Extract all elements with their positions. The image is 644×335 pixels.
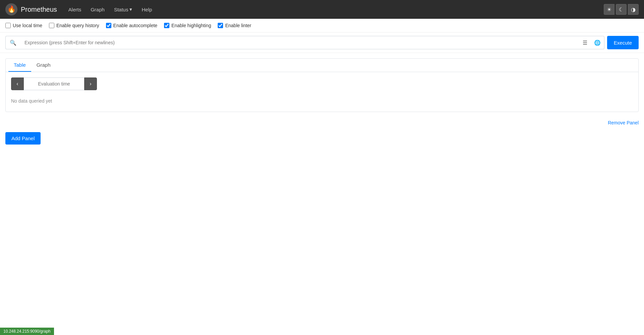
evaluation-time-input[interactable] (24, 77, 84, 90)
eval-time-next-button[interactable]: › (84, 77, 97, 90)
navbar: 🔥 Prometheus Alerts Graph Status ▾ Help … (0, 0, 644, 19)
nav-alerts[interactable]: Alerts (65, 5, 85, 14)
tab-graph[interactable]: Graph (31, 59, 56, 72)
use-local-time-checkbox[interactable] (5, 23, 11, 28)
enable-highlighting-label[interactable]: Enable highlighting (164, 23, 211, 28)
enable-linter-checkbox[interactable] (218, 23, 223, 28)
prometheus-logo-icon: 🔥 (5, 3, 17, 15)
add-panel-section: Add Panel (0, 127, 644, 150)
navbar-right: ☀ ☾ ◑ (604, 4, 639, 15)
chevron-down-icon: ▾ (129, 6, 132, 12)
nav-graph[interactable]: Graph (87, 5, 108, 14)
no-data-message: No data queried yet (11, 96, 633, 106)
enable-query-history-label[interactable]: Enable query history (49, 23, 99, 28)
search-button[interactable]: 🔍 (5, 36, 20, 49)
enable-linter-label[interactable]: Enable linter (218, 23, 251, 28)
panel-body: ‹ › No data queried yet (6, 72, 638, 112)
expression-input[interactable] (20, 36, 579, 49)
nav-help[interactable]: Help (138, 5, 155, 14)
nav-status[interactable]: Status ▾ (111, 4, 136, 14)
remove-panel-row: Remove Panel (0, 117, 644, 127)
execute-button[interactable]: Execute (607, 36, 639, 49)
search-icon: 🔍 (10, 40, 16, 46)
remove-panel-link[interactable]: Remove Panel (608, 120, 639, 125)
panel-tabs: Table Graph (6, 59, 638, 72)
navbar-brand: 🔥 Prometheus (5, 3, 57, 15)
enable-autocomplete-label[interactable]: Enable autocomplete (106, 23, 158, 28)
enable-query-history-checkbox[interactable] (49, 23, 54, 28)
eval-time-prev-button[interactable]: ‹ (11, 77, 24, 90)
options-bar: Use local time Enable query history Enab… (0, 19, 644, 33)
tab-table[interactable]: Table (8, 59, 31, 72)
app-title: Prometheus (21, 6, 57, 13)
auto-theme-button[interactable]: ◑ (628, 4, 639, 15)
evaluation-time-row: ‹ › (11, 77, 633, 90)
metrics-list-button[interactable]: ☰ (579, 36, 591, 49)
query-panel: Table Graph ‹ › No data queried yet (5, 58, 639, 112)
globe-button[interactable]: 🌐 (591, 36, 604, 49)
use-local-time-label[interactable]: Use local time (5, 23, 42, 28)
svg-text:🔥: 🔥 (7, 5, 16, 13)
light-theme-button[interactable]: ☀ (604, 4, 614, 15)
list-icon: ☰ (583, 40, 587, 46)
add-panel-button[interactable]: Add Panel (5, 132, 41, 145)
search-bar: 🔍 ☰ 🌐 Execute (0, 33, 644, 53)
enable-highlighting-checkbox[interactable] (164, 23, 169, 28)
enable-autocomplete-checkbox[interactable] (106, 23, 111, 28)
dark-theme-button[interactable]: ☾ (616, 4, 627, 15)
navbar-nav: Alerts Graph Status ▾ Help (65, 4, 604, 14)
globe-icon: 🌐 (594, 40, 601, 46)
